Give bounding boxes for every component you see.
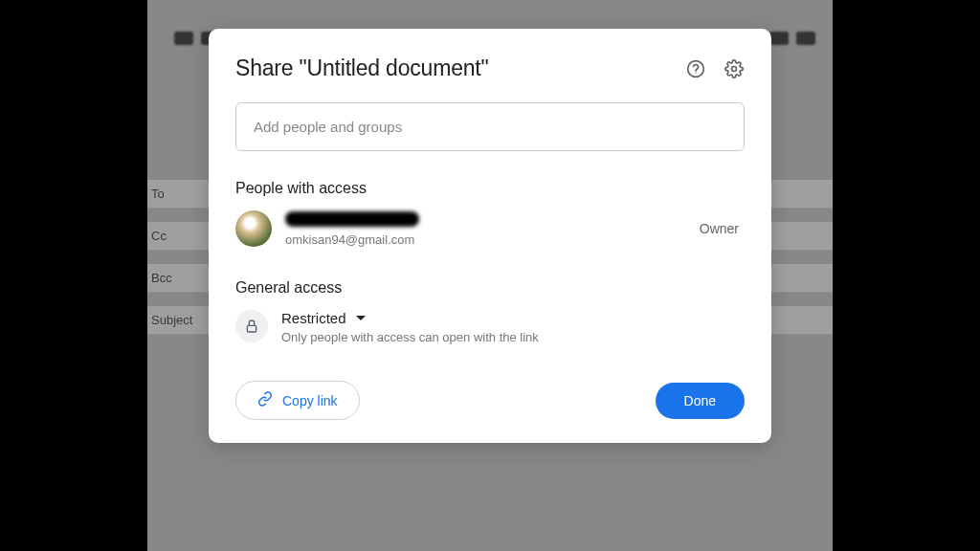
lock-icon (235, 310, 268, 342)
copy-link-label: Copy link (282, 393, 338, 408)
svg-point-1 (695, 72, 696, 73)
person-role: Owner (700, 221, 739, 236)
share-dialog: Share "Untitled document" People with ac… (209, 29, 771, 443)
copy-link-button[interactable]: Copy link (235, 381, 360, 420)
svg-point-0 (688, 60, 704, 77)
link-icon (257, 391, 273, 409)
access-level-dropdown[interactable]: Restricted (281, 310, 745, 326)
dialog-footer: Copy link Done (235, 381, 745, 420)
dialog-header: Share "Untitled document" (235, 55, 745, 81)
settings-icon[interactable] (724, 58, 745, 79)
svg-rect-3 (247, 325, 256, 332)
general-access-row: Restricted Only people with access can o… (235, 310, 745, 344)
person-email: omkisan94@gmail.com (285, 232, 700, 247)
add-people-input[interactable] (235, 102, 745, 151)
general-access-heading: General access (235, 279, 745, 297)
dialog-title: Share "Untitled document" (235, 55, 685, 81)
help-icon[interactable] (685, 58, 706, 79)
svg-point-2 (732, 66, 737, 71)
access-level-label: Restricted (281, 310, 346, 326)
people-with-access-heading: People with access (235, 180, 745, 197)
avatar (235, 210, 272, 247)
chevron-down-icon (356, 316, 366, 320)
done-button[interactable]: Done (656, 383, 745, 419)
person-row: omkisan94@gmail.com Owner (235, 210, 745, 247)
access-description: Only people with access can open with th… (281, 330, 745, 344)
person-name-redacted (285, 211, 419, 227)
